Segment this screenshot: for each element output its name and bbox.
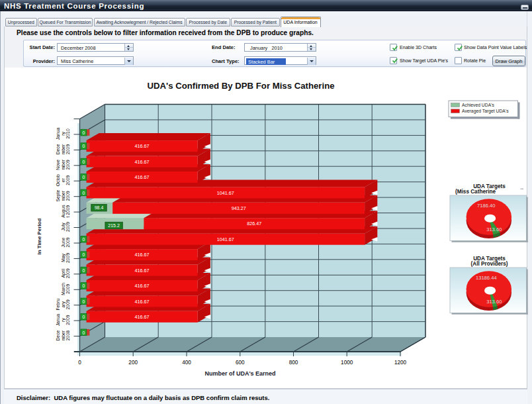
svg-text:0: 0: [82, 330, 85, 335]
svg-text:0: 0: [78, 360, 81, 366]
svg-text:(All Providers): (All Providers): [471, 261, 508, 267]
svg-text:0: 0: [82, 237, 85, 242]
svg-text:400: 400: [182, 360, 191, 366]
svg-text:2009: 2009: [66, 237, 70, 247]
svg-text:2009: 2009: [66, 144, 70, 154]
svg-text:2009: 2009: [66, 160, 70, 170]
svg-text:2009: 2009: [66, 191, 70, 201]
svg-text:13186.44: 13186.44: [476, 275, 497, 281]
svg-text:(Miss Catherine: (Miss Catherine: [455, 189, 496, 195]
svg-text:313.60: 313.60: [486, 299, 502, 305]
svg-text:Dece: Dece: [56, 144, 60, 154]
svg-text:Janua: Janua: [56, 314, 60, 327]
svg-text:Febru: Febru: [56, 299, 60, 311]
svg-text:mber: mber: [61, 190, 66, 201]
svg-text:1200: 1200: [394, 360, 407, 366]
svg-text:Number of UDA's Earned: Number of UDA's Earned: [204, 370, 275, 377]
svg-text:416.67: 416.67: [135, 174, 150, 180]
svg-text:2008: 2008: [66, 330, 70, 340]
svg-text:2009: 2009: [66, 253, 70, 263]
svg-text:600: 600: [236, 360, 245, 366]
svg-text:826.47: 826.47: [247, 221, 261, 227]
svg-text:0: 0: [82, 160, 85, 164]
svg-text:416.67: 416.67: [135, 143, 150, 149]
svg-text:215.2: 215.2: [108, 223, 120, 228]
svg-text:t 2009: t 2009: [66, 205, 70, 217]
svg-text:0: 0: [82, 299, 85, 304]
svg-text:mber: mber: [61, 144, 66, 154]
svg-text:0: 0: [82, 130, 85, 135]
svg-text:416.67: 416.67: [135, 283, 150, 289]
svg-text:0: 0: [82, 268, 85, 273]
svg-text:mber: mber: [61, 330, 66, 340]
svg-text:0: 0: [82, 283, 85, 288]
svg-text:UDA's Confirmed By DPB For Mis: UDA's Confirmed By DPB For Miss Catherin…: [147, 81, 334, 91]
svg-text:416.67: 416.67: [135, 268, 150, 274]
svg-text:June: June: [61, 237, 66, 247]
svg-text:2009: 2009: [66, 175, 70, 185]
svg-text:943.27: 943.27: [232, 205, 246, 211]
svg-text:er: er: [61, 177, 66, 182]
svg-text:98.4: 98.4: [95, 205, 104, 210]
svg-text:Nove: Nove: [56, 160, 60, 170]
svg-text:0: 0: [82, 252, 85, 257]
svg-text:mber: mber: [61, 159, 66, 170]
svg-text:416.67: 416.67: [135, 159, 150, 165]
svg-text:0: 0: [82, 144, 85, 148]
svg-text:Averaged Target UDA's: Averaged Target UDA's: [462, 109, 509, 114]
svg-text:In Time Period: In Time Period: [36, 218, 42, 254]
svg-text:0: 0: [82, 191, 85, 195]
svg-text:0: 0: [82, 315, 85, 319]
svg-text:2010: 2010: [66, 128, 70, 138]
svg-text:Janua: Janua: [56, 127, 60, 140]
svg-text:2009: 2009: [66, 299, 70, 309]
svg-text:416.67: 416.67: [135, 252, 150, 258]
svg-text:200: 200: [128, 360, 138, 366]
svg-text:7186.40: 7186.40: [477, 203, 495, 209]
svg-text:Octob: Octob: [56, 174, 60, 186]
svg-text:1041.67: 1041.67: [217, 236, 234, 242]
svg-text:1041.67: 1041.67: [217, 190, 234, 196]
svg-text:2009: 2009: [66, 284, 70, 294]
svg-text:Dece: Dece: [56, 330, 60, 340]
svg-text:416.67: 416.67: [135, 314, 150, 320]
svg-text:1000: 1000: [341, 360, 353, 366]
svg-text:2009: 2009: [66, 268, 70, 278]
svg-text:800: 800: [289, 360, 298, 366]
svg-text:2009: 2009: [66, 222, 70, 232]
svg-text:416.67: 416.67: [135, 299, 150, 305]
svg-text:March: March: [61, 283, 66, 295]
svg-text:2009: 2009: [66, 315, 70, 325]
svg-text:0: 0: [82, 175, 85, 179]
svg-text:313.60: 313.60: [486, 227, 502, 232]
svg-text:Achieved UDA's: Achieved UDA's: [462, 103, 494, 107]
